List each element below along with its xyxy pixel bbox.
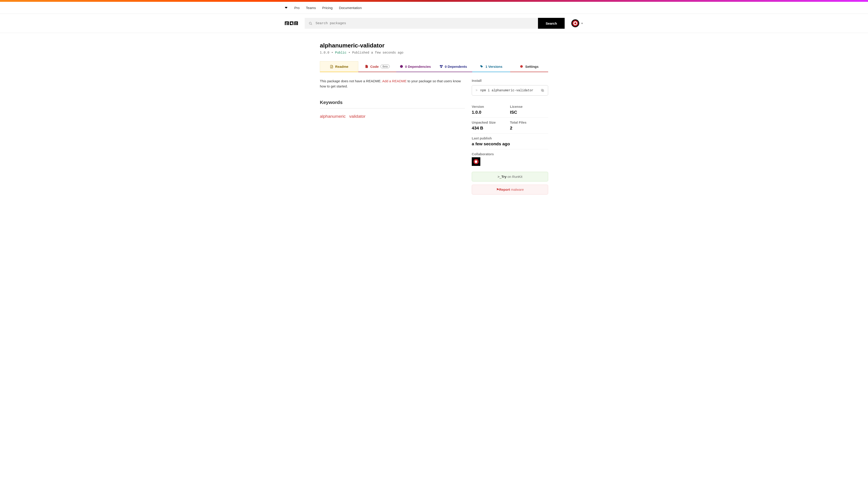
svg-rect-18 bbox=[441, 67, 442, 68]
tab-readme[interactable]: Readme bbox=[320, 61, 358, 72]
package-version: 1.0.0 bbox=[320, 51, 329, 54]
tab-versions-label: 1 Versions bbox=[485, 65, 502, 69]
beta-badge: Beta bbox=[380, 65, 390, 68]
file-icon bbox=[330, 65, 333, 69]
keywords-heading: Keywords bbox=[320, 100, 465, 109]
nav-link-documentation[interactable]: Documentation bbox=[339, 6, 362, 10]
report-malware-button[interactable]: ⚑Report malware bbox=[472, 185, 548, 195]
code-file-icon bbox=[365, 65, 368, 68]
heart-icon[interactable]: ❤ bbox=[285, 6, 288, 10]
collaborator-avatar[interactable] bbox=[472, 157, 480, 166]
search-icon bbox=[309, 21, 313, 25]
search-input[interactable] bbox=[316, 22, 534, 25]
svg-rect-3 bbox=[288, 22, 289, 25]
npm-logo[interactable] bbox=[285, 21, 298, 26]
nav-link-pro[interactable]: Pro bbox=[294, 6, 299, 10]
tabs: Readme Code Beta 0 Dependencies 0 Depend… bbox=[320, 61, 548, 72]
install-label: Install bbox=[472, 78, 548, 83]
svg-rect-17 bbox=[441, 65, 442, 66]
cube-icon bbox=[400, 65, 403, 68]
version-label: Version bbox=[472, 105, 510, 109]
user-menu[interactable]: ▼ bbox=[571, 19, 583, 27]
boxes-icon bbox=[439, 65, 443, 68]
readme-empty-text: This package does not have a README. Add… bbox=[320, 78, 465, 89]
nav-link-teams[interactable]: Teams bbox=[306, 6, 316, 10]
version-value: 1.0.0 bbox=[472, 110, 510, 115]
tags-icon bbox=[480, 65, 484, 68]
install-command: npm i alphanumeric-validator bbox=[480, 88, 541, 92]
sidebar: Install > npm i alphanumeric-validator V… bbox=[472, 78, 548, 195]
package-visibility: Public bbox=[335, 51, 346, 54]
files-value: 2 bbox=[510, 126, 548, 131]
tab-dependencies[interactable]: 0 Dependencies bbox=[396, 61, 434, 72]
prompt-icon: > bbox=[476, 88, 477, 92]
keyword-link[interactable]: validator bbox=[349, 114, 366, 119]
tab-dependents[interactable]: 0 Dependents bbox=[434, 61, 472, 72]
tab-dependents-label: 0 Dependents bbox=[445, 65, 467, 69]
nav-link-pricing[interactable]: Pricing bbox=[322, 6, 333, 10]
main-content: This package does not have a README. Add… bbox=[320, 78, 465, 195]
svg-rect-7 bbox=[293, 22, 293, 25]
svg-rect-2 bbox=[286, 23, 288, 25]
tab-code[interactable]: Code Beta bbox=[358, 61, 396, 72]
svg-rect-16 bbox=[440, 65, 441, 66]
search-form: Search bbox=[305, 18, 565, 29]
search-button[interactable]: Search bbox=[538, 18, 565, 29]
install-box[interactable]: > npm i alphanumeric-validator bbox=[472, 85, 548, 96]
tab-versions[interactable]: 1 Versions bbox=[472, 61, 510, 72]
files-label: Total Files bbox=[510, 120, 548, 124]
keywords-list: alphanumeric validator bbox=[320, 114, 465, 119]
svg-point-12 bbox=[309, 22, 311, 24]
svg-rect-11 bbox=[297, 22, 298, 25]
tab-settings[interactable]: Settings bbox=[510, 61, 548, 72]
svg-rect-10 bbox=[296, 23, 296, 25]
package-meta: 1.0.0 • Public • Published a few seconds… bbox=[320, 51, 548, 54]
search-bar: Search ▼ bbox=[0, 14, 868, 33]
add-readme-link[interactable]: Add a README bbox=[382, 79, 407, 83]
keyword-link[interactable]: alphanumeric bbox=[320, 114, 346, 119]
license-value: ISC bbox=[510, 110, 548, 115]
last-publish-label: Last publish bbox=[472, 136, 548, 140]
collaborators-label: Collaborators bbox=[472, 152, 548, 156]
tab-readme-label: Readme bbox=[335, 65, 348, 69]
gear-icon bbox=[520, 65, 523, 68]
size-label: Unpacked Size bbox=[472, 120, 510, 124]
tab-settings-label: Settings bbox=[525, 65, 538, 69]
flag-icon: ⚑ bbox=[496, 187, 499, 192]
svg-line-13 bbox=[311, 24, 312, 25]
package-published: Published a few seconds ago bbox=[352, 51, 403, 54]
svg-rect-6 bbox=[290, 24, 292, 25]
caret-down-icon: ▼ bbox=[581, 22, 583, 25]
nav-links: Pro Teams Pricing Documentation bbox=[294, 6, 362, 10]
size-value: 434 B bbox=[472, 126, 510, 131]
top-nav: ❤ Pro Teams Pricing Documentation bbox=[0, 2, 868, 14]
package-title: alphanumeric-validator bbox=[320, 42, 548, 49]
gradient-bar bbox=[0, 0, 868, 2]
tab-code-label: Code bbox=[370, 65, 379, 69]
tab-dependencies-label: 0 Dependencies bbox=[405, 65, 431, 69]
copy-icon[interactable] bbox=[541, 88, 544, 92]
try-runkit-button[interactable]: >_Try on RunKit bbox=[472, 172, 548, 182]
terminal-icon: >_ bbox=[498, 175, 501, 179]
license-label: License bbox=[510, 105, 548, 109]
last-publish-value: a few seconds ago bbox=[472, 142, 548, 146]
avatar bbox=[571, 19, 579, 27]
